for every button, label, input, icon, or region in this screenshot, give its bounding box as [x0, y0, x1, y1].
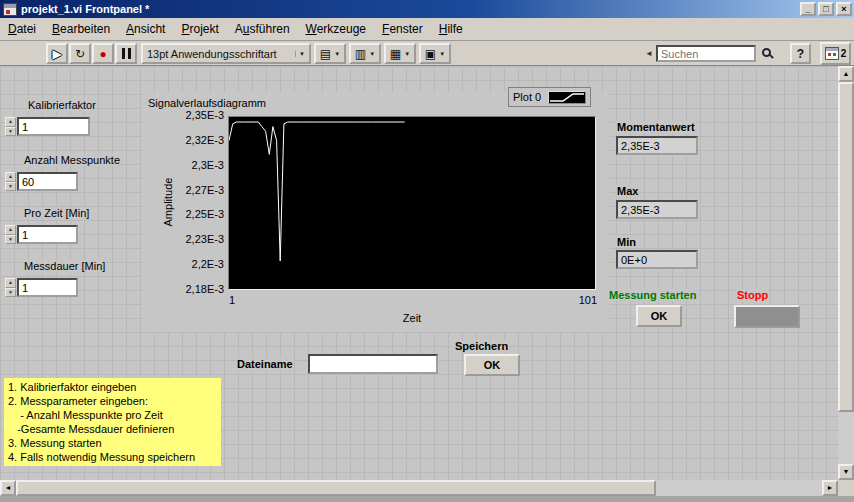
align-objects-button[interactable]: ▤▼ [314, 43, 346, 64]
pro-zeit-stepper[interactable]: ▲▼ [5, 225, 16, 244]
front-panel: Kalibrierfaktor ▲▼ 1 Anzahl Messpunkte ▲… [0, 66, 838, 480]
stopp-label: Stopp [736, 289, 769, 301]
menu-fenster[interactable]: Fenster [374, 19, 431, 39]
kalibrierfaktor-input[interactable]: 1 [17, 117, 90, 136]
vi-icon [3, 3, 17, 16]
help-button[interactable]: ? [790, 43, 811, 64]
plot-legend-label: Plot 0 [513, 91, 541, 103]
labview-frontpanel-window: projekt_1.vi Frontpanel * _ □ × Datei Be… [0, 0, 854, 502]
scroll-right-icon[interactable]: ► [822, 480, 838, 496]
menu-projekt[interactable]: Projekt [173, 19, 226, 39]
run-continuous-button[interactable]: ↻ [69, 43, 91, 64]
kalibrierfaktor-stepper[interactable]: ▲▼ [5, 117, 16, 136]
font-selector-label: 13pt Anwendungsschriftart [147, 48, 277, 60]
messung-starten-button[interactable]: OK [636, 305, 682, 327]
resize-objects-icon: ▦ [390, 47, 401, 61]
dateiname-label: Dateiname [236, 358, 294, 370]
plot-line-style-icon [548, 91, 586, 104]
x-tick-min: 1 [229, 294, 235, 306]
chevron-down-icon: ▼ [404, 51, 410, 57]
y-axis-label: Amplitude [162, 142, 174, 262]
speichern-button[interactable]: OK [464, 354, 520, 376]
scroll-down-icon[interactable]: ▼ [838, 464, 854, 480]
y-tick: 2,35E-3 [185, 109, 224, 121]
horizontal-scroll-thumb[interactable] [16, 480, 656, 496]
vi-window-badge[interactable]: 2 [820, 42, 851, 65]
y-tick: 2,25E-3 [185, 208, 224, 220]
minimize-button[interactable]: _ [800, 2, 816, 16]
chevron-down-icon: ▼ [439, 51, 445, 57]
toolbar: ▶ ↻ ● 13pt Anwendungsschriftart ▼ ▤▼ ▥▼ … [0, 41, 854, 66]
y-tick: 2,3E-3 [192, 159, 224, 171]
y-tick: 2,2E-3 [192, 258, 224, 270]
pro-zeit-input[interactable]: 1 [17, 225, 78, 244]
plot-legend[interactable]: Plot 0 [508, 87, 591, 107]
anzahl-messpunkte-stepper[interactable]: ▲▼ [5, 172, 16, 191]
search-collapse-icon[interactable]: ◄ [645, 49, 653, 58]
maximize-button[interactable]: □ [818, 2, 834, 16]
vertical-scroll-thumb[interactable] [838, 82, 854, 412]
y-tick: 2,27E-3 [185, 184, 224, 196]
y-tick: 2,32E-3 [185, 134, 224, 146]
run-icon: ▶ [52, 47, 61, 61]
note-line: -Gesamte Messdauer definieren [8, 422, 217, 436]
scroll-up-icon[interactable]: ▲ [838, 66, 854, 82]
search-input[interactable] [656, 45, 756, 62]
horizontal-scrollbar[interactable]: ◄ ► [0, 480, 838, 496]
distribute-objects-icon: ▥ [355, 47, 366, 61]
instructions-note: 1. Kalibrierfaktor eingeben 2. Messparam… [4, 378, 221, 466]
frontpanel-mini-icon [825, 47, 839, 60]
menu-werkzeuge[interactable]: Werkzeuge [298, 19, 374, 39]
scroll-left-icon[interactable]: ◄ [0, 480, 16, 496]
menu-bar: Datei Bearbeiten Ansicht Projekt Ausführ… [0, 18, 854, 41]
menu-ausfuehren[interactable]: Ausführen [227, 19, 298, 39]
messung-starten-label: Messung starten [608, 289, 697, 301]
y-tick: 2,23E-3 [185, 233, 224, 245]
pro-zeit-label: Pro Zeit [Min] [23, 207, 90, 219]
messdauer-input[interactable]: 1 [17, 278, 78, 297]
chevron-down-icon: ▼ [334, 51, 340, 57]
chart-title: Signalverlaufsdiagramm [148, 97, 266, 109]
close-button[interactable]: × [836, 2, 852, 16]
anzahl-messpunkte-label: Anzahl Messpunkte [23, 154, 121, 166]
continuous-run-icon: ↻ [75, 47, 85, 61]
search-icon[interactable] [762, 48, 771, 57]
scrollbar-corner [838, 480, 854, 496]
distribute-objects-button[interactable]: ▥▼ [349, 43, 381, 64]
resize-objects-button[interactable]: ▦▼ [384, 43, 416, 64]
speichern-label: Speichern [454, 340, 509, 352]
abort-button[interactable]: ● [92, 43, 114, 64]
title-bar[interactable]: projekt_1.vi Frontpanel * _ □ × [0, 0, 854, 18]
x-tick-max: 101 [566, 294, 597, 306]
font-selector[interactable]: 13pt Anwendungsschriftart ▼ [141, 43, 311, 64]
plot-area[interactable] [228, 116, 596, 290]
dateiname-input[interactable] [308, 354, 438, 374]
run-button[interactable]: ▶ [46, 43, 68, 64]
kalibrierfaktor-label: Kalibrierfaktor [27, 99, 97, 111]
min-value: 0E+0 [616, 250, 698, 269]
messdauer-stepper[interactable]: ▲▼ [5, 278, 16, 297]
note-line: 4. Falls notwendig Messung speichern [8, 450, 217, 464]
y-axis-ticks: 2,35E-3 2,32E-3 2,3E-3 2,27E-3 2,25E-3 2… [148, 109, 224, 295]
menu-datei[interactable]: Datei [0, 19, 44, 39]
chevron-down-icon: ▼ [295, 51, 305, 57]
reorder-objects-button[interactable]: ▣▼ [419, 43, 451, 64]
pause-button[interactable] [115, 43, 137, 64]
stopp-button[interactable] [734, 305, 800, 328]
menu-hilfe[interactable]: Hilfe [431, 19, 471, 39]
anzahl-messpunkte-input[interactable]: 60 [17, 172, 78, 191]
x-axis-label: Zeit [228, 312, 596, 324]
messdauer-label: Messdauer [Min] [23, 260, 106, 272]
y-tick: 2,18E-3 [185, 283, 224, 295]
momentanwert-value: 2,35E-3 [616, 136, 698, 155]
momentanwert-label: Momentanwert [616, 121, 696, 133]
min-label: Min [616, 236, 637, 248]
abort-icon: ● [99, 47, 106, 61]
menu-ansicht[interactable]: Ansicht [118, 19, 173, 39]
window-badge-count: 2 [841, 48, 847, 59]
window-bottom-edge [0, 496, 854, 502]
vertical-scrollbar[interactable]: ▲ ▼ [838, 66, 854, 480]
menu-bearbeiten[interactable]: Bearbeiten [44, 19, 118, 39]
reorder-objects-icon: ▣ [425, 47, 436, 61]
note-line: 1. Kalibrierfaktor eingeben [8, 380, 217, 394]
